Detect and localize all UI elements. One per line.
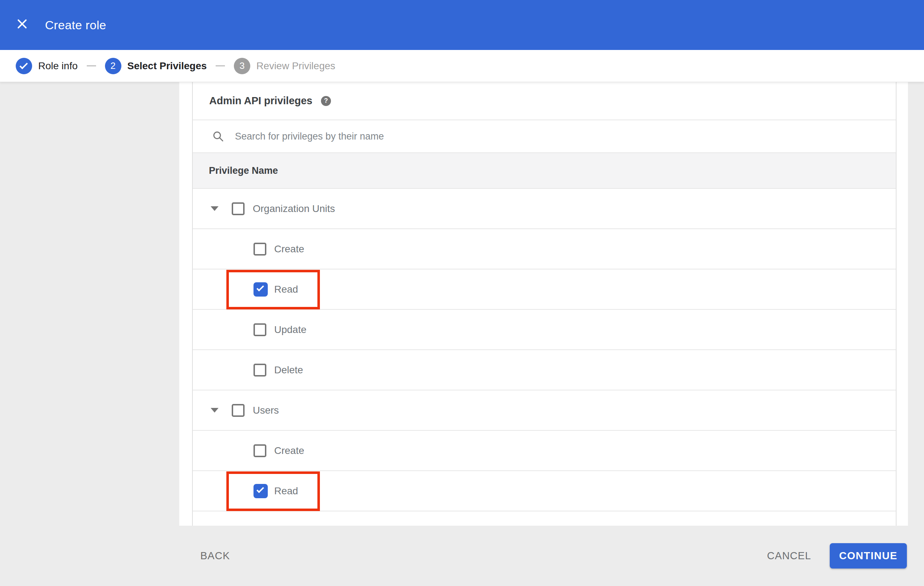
close-icon[interactable] [16,18,28,30]
dialog-title: Create role [45,0,106,50]
privilege-checkbox[interactable] [254,364,266,377]
privilege-label: Read [274,486,298,497]
section-heading: Admin API privileges [209,95,312,107]
privilege-label: Create [274,445,304,456]
content-area: Admin API privileges ? Privilege Name Or… [0,82,924,526]
footer-bar: BACK CANCEL CONTINUE [0,526,924,586]
collapse-arrow-icon[interactable] [211,408,218,413]
table-row: Create [193,431,896,471]
table-row: Create [193,229,896,270]
privilege-label: Read [274,284,298,295]
privilege-checkbox[interactable] [254,323,266,336]
privilege-label: Delete [274,364,303,376]
privilege-name-header: Privilege Name [209,165,278,176]
privilege-label: Users [253,405,279,416]
table-row: Users [193,390,896,431]
search-input[interactable] [235,131,771,142]
table-row: Read [193,270,896,310]
privilege-checkbox[interactable] [254,243,266,255]
checkmark-icon [256,284,264,291]
step3-circle: 3 [234,58,250,74]
table-row: Delete [193,350,896,390]
step-review-privileges[interactable]: 3 Review Privileges [234,58,335,74]
step1-label: Role info [38,60,78,72]
highlight-box [226,471,320,511]
cancel-button[interactable]: CANCEL [767,550,811,562]
table-header-row: Privilege Name [193,153,896,189]
privilege-checkbox[interactable] [232,202,244,215]
privileges-card: Admin API privileges ? Privilege Name Or… [192,82,896,526]
footer-actions: CANCEL CONTINUE [767,526,907,586]
privilege-rows: Organization UnitsCreateReadUpdateDelete… [193,189,896,523]
privilege-checkbox[interactable] [254,444,266,457]
search-row [193,120,896,153]
search-icon [212,130,224,142]
checked-privilege-checkbox[interactable] [254,484,268,498]
checkmark-icon [256,486,264,493]
app-bar: Create role [0,0,924,50]
clipped-row [193,512,896,523]
table-row: Read [193,471,896,512]
card-heading-row: Admin API privileges ? [193,82,896,120]
step-role-info[interactable]: Role info [16,58,78,74]
step-connector [87,65,96,66]
privilege-label: Organization Units [253,203,335,214]
step3-label: Review Privileges [256,60,335,72]
checkmark-icon [20,61,28,69]
table-row: Update [193,310,896,350]
highlight-box [226,270,320,309]
step2-circle: 2 [105,58,121,74]
privilege-label: Create [274,244,304,255]
step-connector [216,65,225,66]
collapse-arrow-icon[interactable] [211,206,218,211]
help-icon[interactable]: ? [321,96,331,106]
step-select-privileges[interactable]: 2 Select Privileges [105,58,207,74]
continue-button[interactable]: CONTINUE [830,543,907,568]
privilege-checkbox[interactable] [232,404,244,417]
privilege-label: Update [274,324,306,336]
content-column: Admin API privileges ? Privilege Name Or… [179,82,908,526]
checked-privilege-checkbox[interactable] [254,282,268,296]
create-role-dialog: Create role Role info 2 Select Privilege… [0,0,924,586]
back-button[interactable]: BACK [200,526,230,586]
step1-circle [16,58,32,74]
step2-label: Select Privileges [127,60,207,72]
stepper: Role info 2 Select Privileges 3 Review P… [0,50,924,82]
table-row: Organization Units [193,189,896,229]
